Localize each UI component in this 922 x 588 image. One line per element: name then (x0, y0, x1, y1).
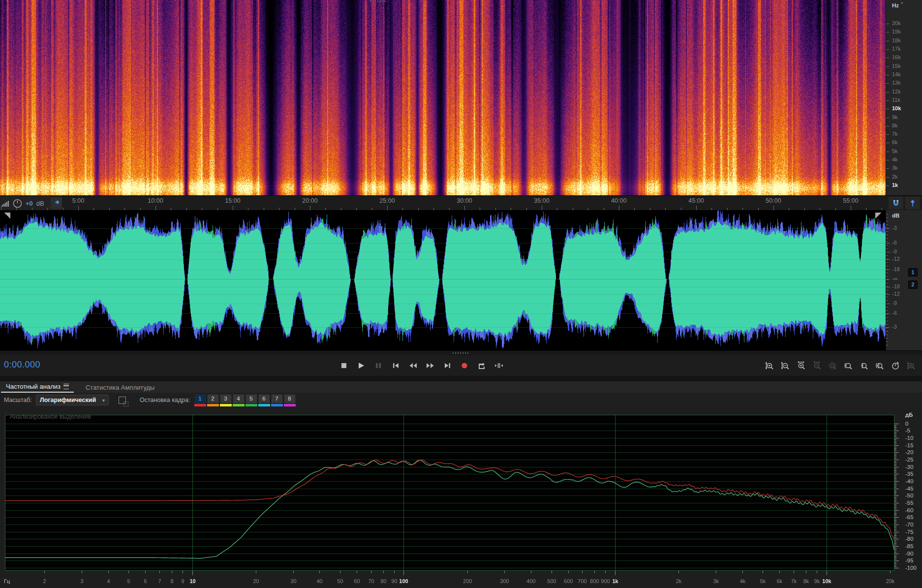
hz-axis-tick (886, 49, 889, 50)
tab-amplitude-statistics[interactable]: Статистика Амплитуды (81, 382, 159, 393)
spectrogram-view[interactable]: Hz ▾ 20k19k18k17k16k15k14k13k12k11k10k9k… (0, 0, 922, 195)
frequency-scale-gutter[interactable]: Hz ▾ 20k19k18k17k16k15k14k13k12k11k10k9k… (886, 0, 922, 195)
db-axis-tick (886, 310, 888, 311)
record-button[interactable] (459, 360, 470, 371)
frame-hold-2[interactable]: 2 (207, 394, 219, 406)
frame-hold-5-button[interactable]: 5 (246, 394, 257, 403)
hz-axis-label: 8k (892, 123, 898, 128)
zoom-in-amplitude-button[interactable] (765, 361, 774, 371)
marker-button[interactable] (905, 197, 920, 209)
zoom-to-selection-button[interactable] (875, 361, 885, 371)
hz-axis-tick (886, 143, 889, 143)
waveform-canvas[interactable] (0, 210, 886, 350)
play-button[interactable] (356, 360, 367, 371)
scale-dropdown-value: Логарифмический (40, 397, 96, 403)
panel-drag-handle[interactable] (370, 0, 387, 2)
frame-hold-4[interactable]: 4 (233, 394, 245, 406)
db-axis-tick (886, 276, 888, 277)
frame-hold-2-button[interactable]: 2 (207, 394, 219, 403)
db-axis-label: -6 (892, 310, 897, 316)
skip-selection-button[interactable] (493, 360, 504, 371)
skip-to-start-button[interactable] (390, 360, 401, 371)
channel-badge[interactable]: 1 (908, 268, 918, 277)
frequency-analysis-chart: Анализированое выделение (0, 407, 922, 588)
frame-hold-buttons: 12345678 (194, 394, 296, 406)
loop-playback-button[interactable] (476, 360, 487, 371)
db-axis-tick (886, 279, 890, 279)
zoom-in-time-button[interactable] (796, 361, 806, 371)
ruler-ticks: 5:0010:0015:0020:0025:0030:0035:0040:004… (0, 196, 886, 211)
restore-zoom-button[interactable] (891, 361, 900, 371)
hz-axis-tick (886, 92, 889, 93)
tab-frequency-analysis-label: Частотный анализ (6, 383, 61, 390)
frame-hold-1-button[interactable]: 1 (194, 394, 206, 403)
db-axis-tick (886, 262, 888, 263)
copy-frame-icon[interactable] (119, 397, 126, 404)
snap-button[interactable] (889, 197, 903, 209)
hz-axis-tick (886, 109, 889, 109)
hz-axis-tick (886, 24, 889, 24)
waveform-view[interactable]: dB -3-6-9-12-18-∞-18-12-9-6-312 (0, 210, 922, 350)
db-axis-tick (886, 345, 888, 345)
frame-hold-6[interactable]: 6 (258, 394, 270, 406)
frame-hold-3-button[interactable]: 3 (220, 394, 232, 403)
skip-to-end-button[interactable] (442, 360, 453, 371)
zoom-in-at-out-point-button[interactable] (859, 361, 869, 371)
frame-hold-1[interactable]: 1 (194, 394, 206, 406)
frame-hold-label: Остановка кадра: (140, 397, 190, 403)
rewind-button[interactable] (407, 360, 418, 371)
frame-hold-7-color (271, 404, 283, 406)
channel-badge[interactable]: 2 (908, 280, 918, 289)
zoom-reset-button[interactable] (828, 361, 837, 371)
tab-frequency-analysis[interactable]: Частотный анализ (1, 381, 74, 393)
db-axis-tick (886, 245, 888, 246)
frame-hold-8[interactable]: 8 (284, 394, 296, 406)
transport-controls (338, 355, 504, 376)
frame-hold-5[interactable]: 5 (246, 394, 257, 406)
timeline-ruler[interactable]: +0 dB 5:0010:0015:0020:0025:0030:0035:00… (0, 195, 922, 211)
time-display[interactable]: 0:00.000 (4, 360, 40, 370)
frame-hold-8-color (284, 404, 296, 406)
hz-axis-label: 18k (892, 37, 901, 43)
hz-axis-label: 13k (892, 80, 901, 86)
stop-button[interactable] (338, 360, 349, 371)
frame-hold-7-button[interactable]: 7 (271, 394, 283, 403)
frame-hold-3[interactable]: 3 (220, 394, 232, 406)
scale-dropdown[interactable]: Логарифмический ▾ (36, 395, 109, 405)
amplitude-scale-gutter[interactable]: dB -3-6-9-12-18-∞-18-12-9-6-312 (886, 210, 922, 350)
db-axis-tick (886, 235, 888, 235)
pause-button[interactable] (373, 360, 384, 371)
db-axis-tick (886, 238, 888, 239)
zoom-out-amplitude-button[interactable] (780, 361, 790, 371)
scale-scroll-arrow[interactable]: ▾ (901, 0, 903, 5)
fade-out-handle[interactable] (875, 213, 882, 219)
fast-forward-button[interactable] (425, 360, 435, 371)
frame-hold-6-button[interactable]: 6 (258, 394, 270, 403)
magnet-icon (892, 199, 900, 207)
zoom-full-button[interactable] (906, 361, 916, 371)
frame-hold-4-button[interactable]: 4 (233, 394, 245, 403)
db-axis-label: -3 (892, 225, 897, 231)
spectrogram-canvas[interactable] (0, 0, 886, 195)
ruler-time-label: 35:00 (534, 197, 549, 204)
hz-axis-tick (886, 32, 889, 32)
fade-in-handle[interactable] (4, 213, 10, 219)
hz-axis-label: 4k (892, 156, 898, 162)
zoom-out-time-button[interactable] (812, 361, 822, 371)
hz-axis-tick (886, 152, 889, 152)
divider-grip[interactable] (453, 352, 469, 354)
amplitude-unit-label: dB (892, 213, 899, 218)
frame-hold-3-color (220, 404, 232, 406)
db-axis-tick (886, 279, 888, 280)
hz-axis-label: 20k (892, 20, 901, 26)
db-axis-tick (886, 304, 890, 304)
db-axis-tick (886, 293, 888, 294)
hz-axis-tick (886, 160, 889, 160)
db-axis-tick (886, 248, 888, 249)
panel-menu-icon[interactable] (63, 384, 69, 389)
hz-axis-label: 15k (892, 63, 901, 69)
frame-hold-8-button[interactable]: 8 (284, 394, 296, 403)
ruler-time-label: 45:00 (688, 197, 704, 204)
zoom-in-at-in-point-button[interactable] (843, 361, 853, 371)
frame-hold-7[interactable]: 7 (271, 394, 283, 406)
